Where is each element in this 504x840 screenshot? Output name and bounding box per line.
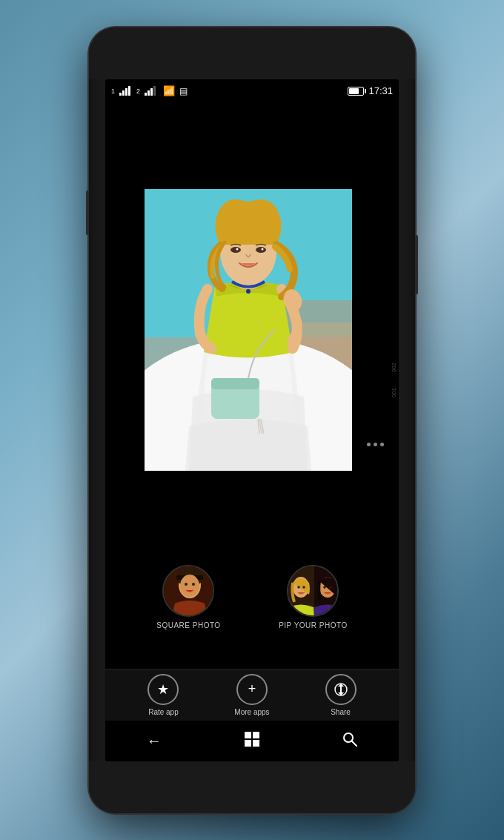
volume-button[interactable] [86,191,89,235]
pip-your-photo-label: PIP YOUR PHOTO [279,621,348,629]
pip-your-photo-icon [287,565,339,617]
wifi-icon: 📶 [163,85,175,96]
main-content: 002 001 [105,103,399,761]
more-apps-button[interactable]: + More apps [234,674,269,716]
svg-point-9 [256,247,266,253]
svg-rect-32 [245,732,251,738]
svg-point-6 [246,289,251,294]
svg-rect-14 [211,378,259,389]
home-button[interactable] [244,731,260,750]
share-icon-circle [325,674,357,705]
svg-point-26 [303,586,306,589]
dot-3 [380,443,384,446]
more-apps-icon: + [236,674,268,705]
windows-logo-icon [244,731,260,747]
status-bar: 1 2 📶 ▤ [105,79,399,103]
svg-point-36 [344,733,353,742]
photo-area [105,103,399,550]
status-left: 1 2 📶 ▤ [111,85,188,96]
phone-screen: 1 2 📶 ▤ [105,79,399,761]
nav-bar: ← [105,721,399,761]
film-number-1: 002 [391,363,397,372]
svg-point-10 [236,248,239,251]
sim-icon: ▤ [179,86,188,96]
svg-rect-33 [253,732,259,738]
svg-line-37 [352,741,357,746]
fashion-portrait-svg [145,189,352,471]
dot-2 [374,443,377,446]
svg-point-21 [192,583,195,586]
svg-rect-34 [245,740,251,747]
square-photo-label: SQUARE PHOTO [156,621,220,629]
svg-point-20 [185,583,188,586]
phone-bottom-bezel [89,761,415,813]
svg-point-25 [298,586,301,589]
camera-button[interactable] [415,235,418,294]
svg-point-19 [180,575,199,597]
rate-app-icon: ★ [147,674,179,705]
svg-point-8 [231,247,241,253]
plus-icon: + [248,681,256,697]
search-icon [342,732,357,747]
square-photo-app[interactable]: SQUARE PHOTO [156,565,220,629]
share-button[interactable]: Share [325,674,357,716]
svg-point-29 [324,586,327,589]
app-icons-row: SQUARE PHOTO [105,565,399,629]
share-label: Share [331,708,351,716]
signal-group-1 [119,86,130,96]
status-right: 17:31 [348,85,393,96]
bottom-toolbar: ★ Rate app + More apps [105,669,399,721]
apps-section: SQUARE PHOTO [105,550,399,669]
back-button[interactable]: ← [147,732,162,750]
svg-rect-35 [253,740,259,747]
share-arrows-icon [334,682,348,697]
time-display: 17:31 [368,85,393,96]
sim1-label: 1 [111,87,115,95]
film-number-2: 001 [391,388,397,397]
battery-container [348,87,364,96]
svg-point-11 [262,248,264,251]
dot-1 [367,443,371,446]
sim2-label: 2 [136,87,140,95]
pip-your-photo-app[interactable]: PIP YOUR PHOTO [279,565,348,629]
film-strip-numbers: 002 001 [391,148,397,613]
battery-icon [348,87,364,96]
svg-point-30 [330,586,333,589]
battery-fill [349,88,359,94]
rate-app-label: Rate app [148,708,179,716]
star-icon: ★ [157,681,169,698]
rate-app-button[interactable]: ★ Rate app [147,674,179,716]
fashion-photo [145,189,352,471]
more-apps-label: More apps [234,708,269,716]
phone-device: 1 2 📶 ▤ [89,27,415,813]
signal-group-2 [145,86,156,96]
phone-top-bezel [89,27,415,79]
search-button[interactable] [342,732,357,750]
overflow-menu[interactable] [367,443,384,446]
square-photo-icon [162,565,214,617]
